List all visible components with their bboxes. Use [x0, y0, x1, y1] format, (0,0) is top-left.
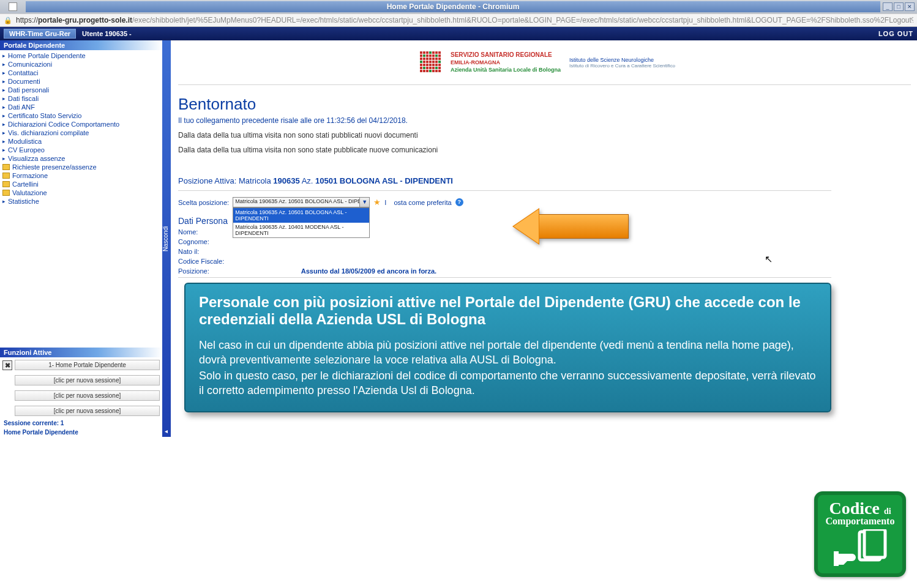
triangle-icon: ▸	[2, 70, 6, 76]
callout-arrow-icon	[537, 214, 629, 239]
sidebar-item[interactable]: ▸Certificato Stato Servizio	[0, 111, 162, 120]
posizione-select[interactable]: Matricola 190635 Az. 10501 BOLOGNA ASL -…	[233, 197, 370, 207]
sidebar-header-funzioni: Funzioni Attive	[0, 348, 162, 357]
triangle-icon: ▸	[2, 147, 6, 153]
sidebar-item-label: Contattaci	[8, 69, 39, 76]
session-button-new[interactable]: [clic per nuova sessione]	[15, 375, 160, 385]
session-current-label: Sessione corrente: 1	[0, 419, 162, 428]
triangle-icon: ▸	[2, 78, 6, 84]
callout-p1: Nel caso in cui un dipendente abbia più …	[199, 338, 817, 367]
window-controls: _ □ ✕	[883, 2, 915, 11]
welcome-msg-docs: Dalla data della tua ultima visita non s…	[178, 131, 911, 140]
main-content: SERVIZIO SANITARIO REGIONALE EMILIA-ROMA…	[171, 40, 917, 437]
posizione-select-dropdown: Matricola 190635 Az. 10501 BOLOGNA ASL -…	[233, 207, 370, 238]
posizione-select-value: Matricola 190635 Az. 10501 BOLOGNA ASL -…	[233, 198, 369, 205]
sidebar-item[interactable]: Valutazione	[0, 188, 162, 197]
logo-institute-line1: Istituto delle Scienze Neurologiche	[569, 57, 675, 63]
sidebar-item-label: Modulistica	[8, 138, 42, 145]
sidebar-item[interactable]: ▸Dati fiscali	[0, 94, 162, 103]
triangle-icon: ▸	[2, 113, 6, 119]
sidebar-item[interactable]: ▸Comunicazioni	[0, 60, 162, 69]
session-button-current[interactable]: 1- Home Portale Dipendente	[15, 360, 160, 370]
triangle-icon: ▸	[2, 95, 6, 102]
sidebar-item[interactable]: ▸Statistiche	[0, 197, 162, 206]
callout-title: Personale con più posizioni attive nel P…	[199, 294, 817, 328]
sidebar-item-label: Visualizza assenze	[8, 155, 65, 162]
logo-institute: Istituto delle Scienze Neurologiche Isti…	[569, 57, 675, 69]
logout-button[interactable]: LOG OUT	[878, 30, 913, 37]
dp-posizione-value: Assunto dal 18/05/2009 ed ancora in forz…	[301, 267, 436, 275]
scelta-label: Scelta posizione:	[178, 199, 229, 206]
triangle-icon: ▸	[2, 61, 6, 67]
sidebar-menu: ▸Home Portale Dipendente▸Comunicazioni▸C…	[0, 50, 162, 207]
welcome-msg-comms: Dalla data della tua ultima visita non s…	[178, 146, 911, 154]
sidebar-item-label: Formazione	[12, 172, 48, 179]
posizione-az-label: Az.	[300, 176, 315, 185]
sidebar-item[interactable]: ▸Home Portale Dipendente	[0, 51, 162, 60]
sidebar-item[interactable]: ▸Visualizza assenze	[0, 154, 162, 163]
chevron-down-icon: ▼	[359, 198, 369, 207]
logo-line1: SERVIZIO SANITARIO REGIONALE	[451, 51, 561, 59]
posizione-option[interactable]: Matricola 190635 Az. 10501 BOLOGNA ASL -…	[233, 208, 369, 223]
info-callout: Personale con più posizioni attive nel P…	[184, 283, 831, 412]
folder-icon	[2, 181, 10, 187]
app-user-label: Utente 190635 -	[82, 30, 132, 37]
dp-row-nato: Nato il:	[178, 247, 917, 256]
browser-tab[interactable]	[2, 1, 23, 12]
sidebar-item-label: Valutazione	[12, 189, 47, 196]
sidebar-item[interactable]: Richieste presenze/assenze	[0, 163, 162, 171]
sidebar-item[interactable]: ▸Modulistica	[0, 137, 162, 146]
sidebar-item[interactable]: ▸Dichiarazioni Codice Comportamento	[0, 120, 162, 128]
sidebar-item[interactable]: ▸Dati ANF	[0, 103, 162, 111]
sidebar-item-label: CV Europeo	[8, 146, 45, 154]
help-icon[interactable]: ?	[455, 198, 463, 206]
callout-p2: Solo in questo caso, per le dichiarazion…	[199, 368, 817, 398]
sidebar-item[interactable]: ▸Contattaci	[0, 69, 162, 77]
url-path: /exec/shibboleth/jet/%5EJuMpMenus0?HEADU…	[132, 16, 913, 24]
window-title: Home Portale Dipendente - Chromium	[26, 1, 880, 12]
sidebar-item-label: Dati ANF	[8, 103, 35, 111]
browser-chrome: Home Portale Dipendente - Chromium _ □ ✕…	[0, 0, 917, 27]
welcome-title: Bentornato	[178, 95, 911, 114]
session-button-new[interactable]: [clic per nuova sessione]	[15, 406, 160, 416]
sidebar-item-label: Dichiarazioni Codice Comportamento	[8, 121, 119, 128]
sidebar-item[interactable]: Cartellini	[0, 180, 162, 188]
url-bar-row: 🔒 https://portale-gru.progetto-sole.it/e…	[0, 13, 917, 26]
logo-line2: EMILIA-ROMAGNA	[451, 59, 561, 66]
sidebar-item-label: Cartellini	[12, 180, 39, 188]
sidebar-item-label: Certificato Stato Servizio	[8, 112, 81, 119]
folder-icon	[2, 164, 10, 170]
window-minimize-button[interactable]: _	[883, 2, 893, 11]
sidebar-item-label: Vis. dichiarazioni compilate	[8, 129, 89, 136]
logo-line3: Azienda Unità Sanitaria Locale di Bologn…	[451, 66, 561, 73]
sidebar-item[interactable]: ▸Documenti	[0, 77, 162, 86]
session-button-new[interactable]: [clic per nuova sessione]	[15, 390, 160, 401]
dp-row-posizione: Posizione: Assunto dal 18/05/2009 ed anc…	[178, 266, 917, 276]
window-close-button[interactable]: ✕	[905, 2, 915, 11]
sidebar-item-label: Richieste presenze/assenze	[12, 163, 97, 171]
sidebar-item-label: Home Portale Dipendente	[8, 52, 86, 59]
triangle-icon: ▸	[2, 53, 6, 59]
logo-icon	[420, 51, 442, 73]
dp-posizione-label: Posizione:	[178, 267, 209, 275]
posizione-option[interactable]: Matricola 190635 Az. 10401 MODENA ASL - …	[233, 223, 369, 237]
triangle-icon: ▸	[2, 87, 6, 93]
cursor-icon: ↖	[765, 253, 773, 265]
sidebar-item[interactable]: ▸CV Europeo	[0, 146, 162, 154]
posizione-attiva: Posizione Attiva: Matricola 190635 Az. 1…	[178, 159, 917, 188]
sidebar-item[interactable]: Formazione	[0, 171, 162, 180]
posizione-az-value: 10501 BOLOGNA ASL - DIPENDENTI	[315, 176, 453, 185]
posizione-label: Posizione Attiva: Matricola	[178, 176, 273, 185]
session-close-button[interactable]: ✖	[2, 360, 12, 370]
sidebar: Portale Dipendente ▸Home Portale Dipende…	[0, 40, 162, 437]
triangle-icon: ▸	[2, 198, 6, 204]
url-bar[interactable]: https://portale-gru.progetto-sole.it/exe…	[16, 16, 913, 24]
lock-icon: 🔒	[4, 17, 12, 24]
window-maximize-button[interactable]: □	[894, 2, 904, 11]
sidebar-item-label: Statistiche	[8, 198, 39, 205]
sidebar-collapse-strip[interactable]: Nascondi	[162, 40, 171, 437]
sidebar-item[interactable]: ▸Dati personali	[0, 86, 162, 94]
set-preferred-link[interactable]: I osta come preferita	[384, 199, 451, 206]
sidebar-item[interactable]: ▸Vis. dichiarazioni compilate	[0, 128, 162, 137]
triangle-icon: ▸	[2, 104, 6, 110]
